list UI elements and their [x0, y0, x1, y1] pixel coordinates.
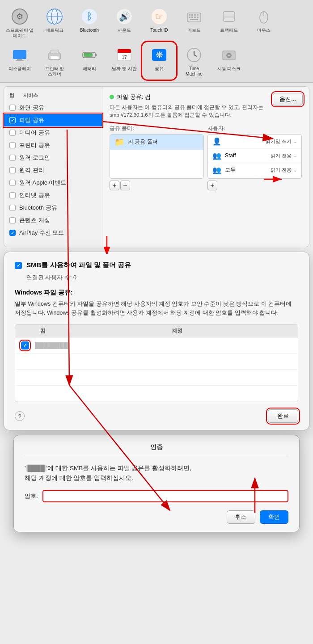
keyboard-icon	[185, 7, 203, 26]
options-button[interactable]: 옵션...	[273, 93, 303, 105]
sidebar-item-remote-mgmt[interactable]: 원격 관리	[4, 164, 102, 177]
timemachine-icon	[185, 46, 203, 64]
smb-table-header: 컴 계정	[15, 325, 298, 337]
toolbar-label-bluetooth: Bluetooth	[80, 28, 99, 33]
password-input[interactable]	[42, 490, 288, 502]
checkbox-bluetooth-sharing[interactable]	[9, 205, 16, 211]
sidebar: 컴 서비스 화면 공유 파일 공유 미디어 공유 프린터 공유 원격 로그인 원…	[4, 87, 102, 247]
smb-row-check[interactable]	[15, 341, 35, 349]
toolbar-item-datetime[interactable]: 17 날짜 및 시간	[108, 43, 140, 79]
toolbar-label-trackpad: 트랙패드	[220, 28, 238, 33]
smb-warning: 일부 Windows 컴퓨터와 파일을 공유하면 해당 사용자의 계정 암호가 …	[15, 299, 298, 317]
toolbar-item-timemachine[interactable]: TimeMachine	[178, 43, 210, 79]
smb-accounts-table: 컴 계정 ████████	[15, 324, 298, 402]
sidebar-item-media-sharing[interactable]: 미디어 공유	[4, 126, 102, 139]
sidebar-item-file-sharing[interactable]: 파일 공유	[4, 114, 102, 126]
checkbox-media-sharing[interactable]	[9, 130, 16, 136]
checkbox-printer-sharing[interactable]	[9, 142, 16, 148]
sidebar-item-remote-login[interactable]: 원격 로그인	[4, 152, 102, 164]
users-list[interactable]: 👤 읽기및 쓰기 ⌄ 👥 Staff 읽기 전용 ⌄	[207, 134, 302, 179]
toolbar-item-network[interactable]: 네트워크	[38, 4, 71, 40]
done-button[interactable]: 완료	[268, 409, 298, 423]
toolbar-item-touchid[interactable]: ☞ Touch ID	[143, 4, 175, 40]
toolbar-item-mouse[interactable]: 마우스	[248, 4, 280, 40]
toolbar-item-battery[interactable]: 배터리	[73, 43, 106, 79]
svg-text:☞: ☞	[155, 12, 163, 21]
checkbox-screen-sharing[interactable]	[9, 105, 16, 111]
sidebar-item-airplay[interactable]: AirPlay 수신 모드	[4, 227, 102, 239]
sidebar-item-bluetooth-sharing[interactable]: Bluetooth 공유	[4, 202, 102, 214]
perm-label-owner: 읽기및 쓰기	[266, 138, 292, 145]
status-indicator	[110, 95, 114, 99]
sidebar-item-screen-sharing[interactable]: 화면 공유	[4, 101, 102, 114]
toolbar-item-display[interactable]: 디스플레이	[4, 43, 36, 79]
toolbar-item-sound[interactable]: 🔊 사운드	[108, 4, 140, 40]
smb-header-account: 계정	[166, 325, 298, 337]
checkbox-file-sharing[interactable]	[9, 117, 16, 123]
remove-folder-button[interactable]: −	[120, 181, 130, 190]
sidebar-col-computer: 컴	[9, 92, 14, 99]
folder-list-controls: + −	[110, 181, 204, 190]
toolbar-item-software-update[interactable]: ⚙ 소프트웨어 업데이트	[4, 4, 36, 40]
toolbar-item-trackpad[interactable]: 트랙패드	[213, 4, 245, 40]
user-item-staff[interactable]: 👥 Staff 읽기 전용 ⌄	[208, 149, 301, 163]
toolbar-item-bluetooth[interactable]: ᛒ Bluetooth	[73, 4, 106, 40]
svg-rect-27	[13, 50, 26, 59]
perm-label-staff: 읽기 전용	[271, 152, 292, 159]
sidebar-item-printer-sharing[interactable]: 프린터 공유	[4, 139, 102, 152]
mouse-icon	[254, 7, 273, 26]
perm-arrow-everyone[interactable]: ⌄	[293, 168, 297, 173]
toolbar-item-keyboard[interactable]: 키보드	[178, 4, 210, 40]
toolbar-label-keyboard: 키보드	[187, 28, 201, 33]
printer-icon	[45, 46, 64, 64]
smb-dialog: SMB를 사용하여 파일 및 폴더 공유 연결된 사용자 수: 0 Window…	[4, 252, 309, 430]
sidebar-item-internet-sharing[interactable]: 인터넷 공유	[4, 189, 102, 202]
user-item-everyone[interactable]: 👥 모두 읽기 전용 ⌄	[208, 163, 301, 177]
folder-name: 의 공용 폴더	[128, 138, 158, 146]
password-label: 암호:	[25, 492, 38, 500]
toolbar-label-datetime: 날짜 및 시간	[112, 66, 137, 72]
perm-label-everyone: 읽기 전용	[271, 167, 292, 173]
confirm-button[interactable]: 확인	[260, 510, 288, 524]
toolbar-item-disk[interactable]: 시동 디스크	[213, 43, 245, 79]
shared-folders-list[interactable]: 📁 의 공용 폴더	[110, 134, 204, 179]
sidebar-item-content-caching[interactable]: 콘텐츠 캐싱	[4, 214, 102, 227]
toolbar-item-sharing[interactable]: ❋ 공유	[143, 43, 175, 79]
toolbar-item-printer[interactable]: 프린터 및스캐너	[38, 43, 71, 79]
sidebar-label-remote-login: 원격 로그인	[19, 154, 97, 162]
checkbox-content-caching[interactable]	[9, 217, 16, 223]
checkbox-remote-login[interactable]	[9, 155, 16, 161]
cancel-button[interactable]: 취소	[227, 510, 255, 524]
toolbar-label-sound: 사운드	[118, 28, 131, 33]
checkbox-internet-sharing[interactable]	[9, 192, 16, 198]
add-folder-button[interactable]: +	[110, 181, 119, 190]
touchid-icon: ☞	[150, 7, 169, 26]
svg-point-47	[228, 55, 230, 56]
sidebar-item-remote-apple[interactable]: 원격 Apple 이벤트	[4, 177, 102, 189]
smb-account-checkbox[interactable]	[21, 341, 29, 349]
add-user-button[interactable]: +	[207, 181, 217, 190]
perm-arrow-owner[interactable]: ⌄	[293, 139, 297, 144]
user-item-owner[interactable]: 👤 읽기및 쓰기 ⌄	[208, 135, 301, 149]
checkbox-airplay[interactable]	[9, 230, 16, 236]
shared-folder-item[interactable]: 📁 의 공용 폴더	[110, 135, 203, 150]
sidebar-label-remote-mgmt: 원격 관리	[19, 166, 97, 174]
svg-text:ᛒ: ᛒ	[87, 11, 93, 22]
smb-empty-row-2	[15, 370, 298, 386]
everyone-icon: 👥	[212, 166, 221, 174]
smb-enable-checkbox[interactable]	[15, 262, 22, 269]
perm-arrow-staff[interactable]: ⌄	[293, 153, 297, 158]
auth-dialog: 인증 '████'에 대한 SMB를 사용하는 파일 공유를 활성화하려면,해당…	[13, 435, 300, 532]
sharing-icon: ❋	[150, 46, 169, 64]
smb-info: 연결된 사용자 수: 0	[15, 274, 298, 282]
smb-title: SMB를 사용하여 파일 및 폴더 공유	[26, 261, 131, 269]
smb-empty-row-1	[15, 354, 298, 370]
checkbox-remote-mgmt[interactable]	[9, 167, 16, 173]
user-perm-everyone: 읽기 전용 ⌄	[271, 167, 297, 173]
svg-rect-22	[190, 19, 198, 20]
smb-table-row[interactable]: ████████	[15, 337, 298, 354]
user-list-controls: +	[207, 181, 302, 190]
help-button[interactable]: ?	[15, 411, 25, 421]
auth-field-row: 암호:	[25, 490, 288, 502]
checkbox-remote-apple[interactable]	[9, 180, 16, 186]
